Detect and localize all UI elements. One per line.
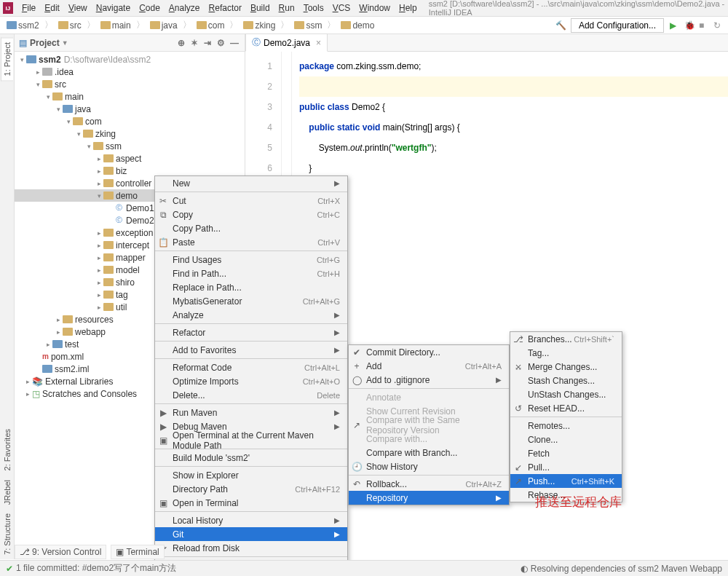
editor-tab-demo2[interactable]: Ⓒ Demo2.java × [245,33,328,52]
menu-item-label: Show History [366,462,418,472]
menu-item-run-maven[interactable]: ▶Run Maven▶ [155,406,347,419]
breadcrumb-item[interactable]: src [56,20,84,31]
menu-code[interactable]: Code [135,1,165,15]
tree-item-zking[interactable]: ▾zking [15,127,245,140]
close-icon[interactable]: × [316,38,321,48]
menu-item-remotes-[interactable]: Remotes... [510,419,622,433]
menu-item-open-in-terminal[interactable]: ▣Open in Terminal [155,496,347,510]
run-icon[interactable]: ▶ [670,20,680,31]
tree-item-ssm[interactable]: ▾ssm [15,140,245,152]
menu-item-branches-[interactable]: ⎇Branches...Ctrl+Shift+` [510,332,622,346]
stop-icon[interactable]: ■ [699,20,709,31]
menu-item-push-[interactable]: ↗Push...Ctrl+Shift+K [510,474,622,488]
breadcrumb-item[interactable]: main [98,20,133,31]
menu-item-stash-changes-[interactable]: Stash Changes... [510,374,622,387]
menu-item-unstash-changes-[interactable]: UnStash Changes... [510,387,622,401]
menu-item-rollback-[interactable]: ↶Rollback...Ctrl+Alt+Z [349,477,509,491]
menu-item-reload-from-disk[interactable]: ⟳Reload from Disk [155,541,347,555]
favorites-tool-tab[interactable]: 2: Favorites [1,425,13,475]
expand-icon[interactable]: ✶ [191,38,201,48]
menu-item-build-module-ssm2-[interactable]: Build Module 'ssm2' [155,451,347,465]
menu-item-label: Branches... [528,334,572,344]
dropdown-icon[interactable]: ▼ [62,39,68,47]
project-tool-tab[interactable]: 1: Project [1,37,13,81]
menu-item-find-usages[interactable]: Find UsagesCtrl+G [155,253,347,267]
select-opened-icon[interactable]: ⊕ [178,38,188,48]
update-icon[interactable]: ↻ [713,20,724,31]
menu-item-fetch[interactable]: Fetch [510,446,622,460]
tree-item-main[interactable]: ▾main [15,90,245,103]
bottom-tab-terminal[interactable]: ▣Terminal [111,545,164,559]
menu-item-replace-in-path-[interactable]: Replace in Path... [155,280,347,294]
menu-item-copy[interactable]: ⧉CopyCtrl+C [155,208,347,221]
menu-navigate[interactable]: Navigate [92,1,135,15]
collapse-icon[interactable]: ⇥ [204,38,214,48]
menu-item-optimize-imports[interactable]: Optimize ImportsCtrl+Alt+O [155,374,347,388]
menu-window[interactable]: Window [355,1,395,15]
tree-item-aspect[interactable]: ▸aspect [15,152,245,165]
menu-item-repository[interactable]: Repository▶ [349,491,509,505]
breadcrumb-item[interactable]: ssm [292,20,324,31]
bottom-tab----version-control[interactable]: ⎇9: Version Control [15,545,106,559]
menu-item-mybatisgenerator[interactable]: MybatisGeneratorCtrl+Alt+G [155,294,347,308]
menu-item-compare-with-branch-[interactable]: Compare with Branch... [349,446,509,459]
menu-item-paste[interactable]: 📋PasteCtrl+V [155,235,347,249]
menu-edit[interactable]: Edit [40,1,64,15]
menu-item-merge-changes-[interactable]: ⤩Merge Changes... [510,360,622,374]
build-icon[interactable]: 🔨 [555,20,566,31]
menu-item-reformat-code[interactable]: Reformat CodeCtrl+Alt+L [155,360,347,374]
menu-item-show-history[interactable]: 🕘Show History [349,459,509,473]
menu-view[interactable]: View [64,1,92,15]
menu-file[interactable]: File [17,1,40,15]
tree-item--idea[interactable]: ▸.idea [15,66,245,78]
tree-item-src[interactable]: ▾src [15,78,245,90]
context-menu-main[interactable]: New▶✂CutCtrl+X⧉CopyCtrl+CCopy Path...📋Pa… [154,175,348,576]
menu-item-tag-[interactable]: Tag... [510,346,622,360]
menu-item-clone-[interactable]: Clone... [510,433,622,446]
menu-item-pull-[interactable]: ↙Pull... [510,460,622,474]
menu-item-git[interactable]: Git▶ [155,527,347,541]
menu-item-open-terminal-at-the-current-maven-module-path[interactable]: ▣Open Terminal at the Current Maven Modu… [155,433,347,447]
menu-item-local-history[interactable]: Local History▶ [155,513,347,527]
menu-item-add-to-favorites[interactable]: Add to Favorites▶ [155,343,347,357]
breadcrumb-item[interactable]: java [148,20,180,31]
menu-item-copy-path-[interactable]: Copy Path... [155,221,347,235]
menu-item-cut[interactable]: ✂CutCtrl+X [155,194,347,208]
menu-item-add-to-gitignore[interactable]: ◯Add to .gitignore▶ [349,373,509,387]
add-configuration-button[interactable]: Add Configuration... [571,18,664,33]
jrebel-tool-tab[interactable]: JRebel [1,476,13,509]
menu-refactor[interactable]: Refactor [205,1,246,15]
menu-item-show-in-explorer[interactable]: Show in Explorer [155,468,347,482]
menu-vcs[interactable]: VCS [328,1,355,15]
breadcrumb-item[interactable]: ssm2 [4,20,41,31]
settings-icon[interactable]: ⚙ [217,38,227,48]
breadcrumb-item[interactable]: demo [339,20,376,31]
menu-run[interactable]: Run [274,1,299,15]
commit-status-icon: ✔ [6,564,13,574]
breadcrumb-item[interactable]: com [194,20,227,31]
menu-help[interactable]: Help [395,1,422,15]
menu-item-analyze[interactable]: Analyze▶ [155,308,347,322]
menu-item-add[interactable]: +AddCtrl+Alt+A [349,359,509,373]
menu-item-new[interactable]: New▶ [155,176,347,190]
context-menu-repository[interactable]: ⎇Branches...Ctrl+Shift+`Tag...⤩Merge Cha… [510,331,622,502]
tree-item-com[interactable]: ▾com [15,115,245,127]
breadcrumb-item[interactable]: zking [241,20,277,31]
menu-build[interactable]: Build [246,1,274,15]
menu-tools[interactable]: Tools [299,1,328,15]
menu-item-delete-[interactable]: Delete...Delete [155,388,347,402]
menu-item-reset-head-[interactable]: ↺Reset HEAD... [510,401,622,415]
menu-item-commit-directory-[interactable]: ✔Commit Directory... [349,345,509,359]
structure-tool-tab[interactable]: 7: Structure [1,509,13,559]
tree-root[interactable]: ▾ssm2D:\software\Idea\ssm2 [15,53,245,66]
menu-item-label: Stash Changes... [528,376,595,386]
tree-item-java[interactable]: ▾java [15,103,245,115]
menu-analyze[interactable]: Analyze [165,1,205,15]
hide-icon[interactable]: — [230,38,240,48]
context-menu-git[interactable]: ✔Commit Directory...+AddCtrl+Alt+A◯Add t… [348,344,510,505]
menu-item-find-in-path-[interactable]: Find in Path...Ctrl+H [155,267,347,280]
menu-item-refactor[interactable]: Refactor▶ [155,326,347,339]
debug-icon[interactable]: 🐞 [684,20,695,31]
menu-item-label: Find in Path... [173,269,226,279]
menu-item-directory-path[interactable]: Directory PathCtrl+Alt+F12 [155,482,347,496]
